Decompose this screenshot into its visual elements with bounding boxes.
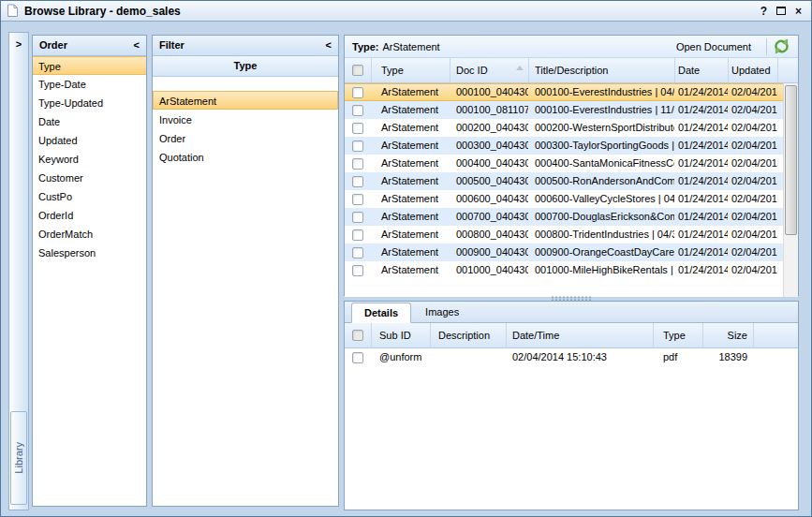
row-checkbox[interactable]: [352, 265, 363, 276]
row-checkbox[interactable]: [352, 194, 363, 205]
table-row[interactable]: ArStatement 000500_040430 000500-RonAnde…: [345, 172, 798, 190]
list-item[interactable]: Updated: [33, 131, 146, 150]
order-panel: Order < TypeType-DateType-UpdatedDateUpd…: [32, 35, 147, 507]
column-header-size[interactable]: Size: [703, 323, 754, 347]
list-item[interactable]: Date: [33, 112, 146, 131]
filter-list: ArStatementInvoiceOrderQuotation: [153, 91, 338, 166]
results-grid-body: ArStatement 000100_040430 000100-Everest…: [345, 83, 798, 297]
list-item[interactable]: OrderId: [33, 206, 146, 225]
filter-panel-header: Filter <: [153, 36, 338, 56]
tab-details[interactable]: Details: [351, 303, 411, 323]
filter-column-header[interactable]: Type: [153, 56, 338, 77]
table-row[interactable]: ArStatement 000300_040430 000300-TaylorS…: [345, 137, 798, 155]
help-button[interactable]: ?: [760, 5, 767, 18]
order-panel-title: Order: [39, 36, 67, 55]
type-value: ArStatement: [383, 41, 440, 52]
sort-ascending-icon: [516, 66, 524, 70]
filter-panel: Filter < Type ArStatementInvoiceOrderQuo…: [152, 35, 339, 507]
list-item[interactable]: Salesperson: [33, 244, 146, 262]
row-checkbox[interactable]: [352, 158, 363, 170]
column-header-description[interactable]: Description: [431, 323, 507, 347]
select-all-checkbox[interactable]: [352, 330, 363, 341]
expand-panel-button[interactable]: >: [9, 33, 28, 50]
table-row[interactable]: ArStatement 000100_081107 000100-Everest…: [345, 101, 798, 119]
filter-gap: [153, 77, 338, 91]
close-button[interactable]: ×: [795, 5, 802, 18]
filter-panel-title: Filter: [159, 36, 185, 55]
column-header-type[interactable]: Type: [372, 58, 450, 82]
refresh-icon[interactable]: [773, 38, 790, 54]
toolbar-separator: [766, 38, 767, 55]
order-list: TypeType-DateType-UpdatedDateUpdatedKeyw…: [33, 56, 146, 262]
vertical-scrollbar[interactable]: [783, 83, 798, 297]
details-panel: Details Images Sub ID Description Date/T…: [344, 301, 799, 510]
column-header-filler: [754, 323, 798, 347]
column-header-doc-id[interactable]: Doc ID: [450, 58, 529, 82]
row-checkbox[interactable]: [352, 229, 363, 241]
list-item[interactable]: Order: [153, 128, 338, 147]
list-item[interactable]: CustPo: [33, 187, 146, 206]
library-side-strip: > Library: [8, 32, 29, 510]
table-row[interactable]: ArStatement 000100_040430 000100-Everest…: [345, 83, 798, 101]
tab-images[interactable]: Images: [412, 302, 472, 322]
list-item[interactable]: Type-Date: [33, 75, 146, 94]
details-tabs: Details Images: [345, 302, 798, 323]
table-row[interactable]: ArStatement 000800_040430 000800-Trident…: [345, 226, 798, 244]
column-header-type[interactable]: Type: [654, 323, 703, 347]
window-title: Browse Library - demo_sales: [24, 5, 181, 18]
window-controls: ? ×: [760, 5, 805, 18]
library-tab-label: Library: [13, 442, 24, 474]
results-toolbar: Type: ArStatement Open Document: [345, 36, 798, 58]
list-item[interactable]: Type: [33, 56, 146, 75]
list-item[interactable]: Invoice: [153, 110, 338, 128]
details-grid-header: Sub ID Description Date/Time Type Size: [345, 323, 798, 348]
maximize-button[interactable]: [776, 7, 786, 15]
collapse-left-icon[interactable]: <: [326, 36, 332, 55]
table-row[interactable]: ArStatement 000400_040430 000400-SantaMo…: [345, 155, 798, 172]
open-document-button[interactable]: Open Document: [667, 41, 760, 52]
list-item[interactable]: Quotation: [153, 147, 338, 166]
row-checkbox[interactable]: [352, 105, 363, 116]
row-checkbox[interactable]: [352, 123, 363, 134]
list-item[interactable]: ArStatement: [153, 91, 338, 110]
title-bar[interactable]: Browse Library - demo_sales ? ×: [1, 1, 811, 22]
table-row[interactable]: ArStatement 000600_040430 000600-ValleyC…: [345, 190, 798, 208]
details-grid-body: @unform 02/04/2014 15:10:43 pdf 18399: [345, 348, 798, 510]
results-panel: Type: ArStatement Open Document Type Doc…: [344, 35, 799, 296]
table-row[interactable]: ArStatement 001000_040430 001000-MileHig…: [345, 261, 798, 279]
column-header-sub-id[interactable]: Sub ID: [372, 323, 431, 347]
column-header-updated[interactable]: Updated: [729, 58, 778, 82]
table-row[interactable]: ArStatement 000200_040430 000200-Western…: [345, 119, 798, 137]
column-header-title-description[interactable]: Title/Description: [529, 58, 675, 82]
select-all-column-header[interactable]: [345, 323, 372, 347]
table-row[interactable]: ArStatement 000700_040430 000700-Douglas…: [345, 208, 798, 226]
row-checkbox[interactable]: [352, 87, 363, 98]
table-row[interactable]: @unform 02/04/2014 15:10:43 pdf 18399: [345, 348, 798, 366]
column-header-date-time[interactable]: Date/Time: [507, 323, 654, 347]
column-header-filler: [778, 58, 798, 82]
list-item[interactable]: OrderMatch: [33, 225, 146, 244]
list-item[interactable]: Customer: [33, 169, 146, 187]
toolbar-right: Open Document: [667, 38, 790, 55]
select-all-column-header[interactable]: [345, 58, 372, 82]
table-row[interactable]: ArStatement 000900_040430 000900-OrangeC…: [345, 244, 798, 261]
row-checkbox[interactable]: [352, 247, 363, 258]
row-checkbox[interactable]: [352, 352, 363, 363]
list-item[interactable]: Type-Updated: [33, 94, 146, 112]
browse-library-window: Browse Library - demo_sales ? × > Librar…: [0, 0, 812, 517]
order-panel-header: Order <: [33, 36, 146, 56]
document-icon: [7, 4, 19, 18]
scrollbar-thumb[interactable]: [785, 85, 797, 235]
type-label: Type:: [352, 41, 379, 52]
list-item[interactable]: Keyword: [33, 150, 146, 169]
results-grid-header: Type Doc ID Title/Description Date Updat…: [345, 58, 798, 83]
column-header-date[interactable]: Date: [675, 58, 729, 82]
library-tab[interactable]: Library: [10, 411, 27, 505]
select-all-checkbox[interactable]: [352, 65, 363, 76]
row-checkbox[interactable]: [352, 212, 363, 223]
row-checkbox[interactable]: [352, 176, 363, 187]
row-checkbox[interactable]: [352, 140, 363, 152]
collapse-left-icon[interactable]: <: [134, 36, 140, 55]
